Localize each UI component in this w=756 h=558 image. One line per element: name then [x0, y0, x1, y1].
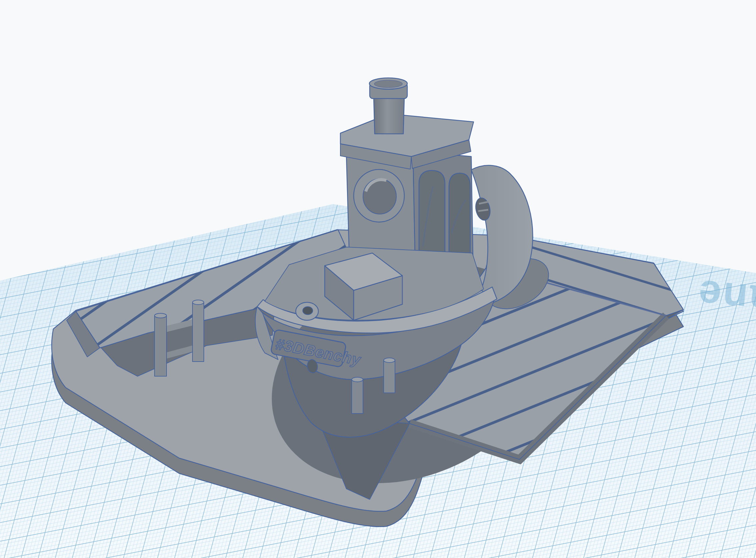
chimney-opening	[374, 80, 402, 87]
arched-doorway-right[interactable]	[449, 173, 470, 253]
ladder-post-left[interactable]	[154, 315, 167, 376]
cad-viewport: Workplane	[0, 0, 756, 558]
ladder-post-right-cap	[193, 300, 204, 305]
porthole-window-opening	[363, 179, 396, 214]
design-canvas[interactable]: Workplane	[0, 0, 756, 558]
chimney-neck[interactable]	[374, 97, 404, 134]
deck-hawse-hole	[303, 307, 313, 314]
ladder-post-left-cap	[154, 313, 167, 318]
bollard-rear[interactable]	[384, 360, 395, 393]
ladder-post-right[interactable]	[193, 302, 204, 361]
bollard-front[interactable]	[352, 380, 363, 413]
bollard-rear-cap	[384, 358, 395, 362]
bollard-front-cap	[352, 377, 363, 382]
arched-doorway-left[interactable]	[419, 171, 445, 252]
